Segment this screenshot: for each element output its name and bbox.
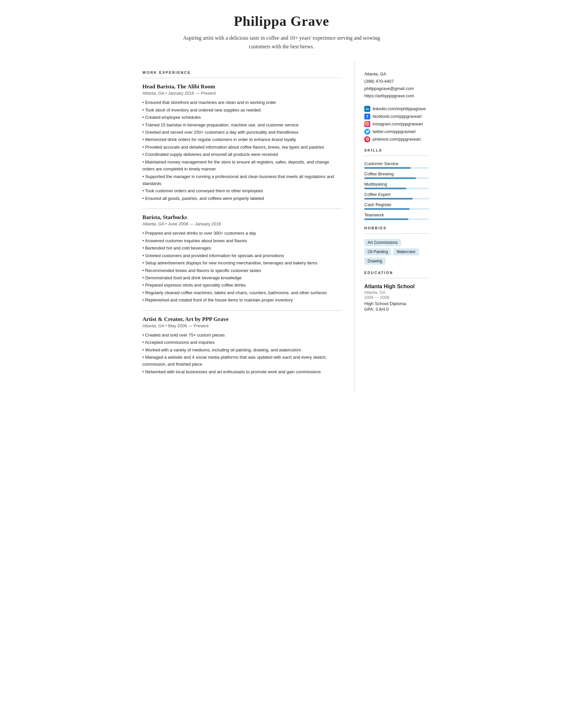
edu-years-0: 2004 — 2008	[364, 295, 429, 300]
bullet: • Took customer orders and conveyed them…	[142, 187, 343, 194]
social-item-pinterest: pinterest.com/pppgraveart	[364, 136, 429, 142]
bullet: • Coordinated supply deliveries and ensu…	[142, 151, 343, 158]
bullet: • Accepted commissions and inquiries	[142, 339, 343, 346]
svg-point-1	[367, 123, 368, 125]
bullet: • Managed a website and 4 social media p…	[142, 354, 343, 368]
instagram-icon-wrapper	[364, 121, 370, 127]
job-meta-1: Atlanta, GA • June 2008 — January 2016	[142, 221, 343, 226]
social-item-instagram: instagram.com/pppgraveart	[364, 121, 429, 127]
contact-website: https://artbypppgrave.com	[364, 92, 429, 100]
bullet: • Memorized drink orders for regular cus…	[142, 136, 343, 143]
skill-bar-bg-3	[364, 198, 429, 200]
edu-gpa-0: GPA: 3.8/4.0	[364, 307, 429, 312]
resume-header: Philippa Grave Aspiring artist with a de…	[126, 0, 437, 61]
pinterest-icon	[364, 136, 370, 142]
pinterest-icon-wrapper	[364, 136, 370, 142]
skill-bar-bg-0	[364, 167, 429, 169]
bullet: • Ensured that storefront and machines a…	[142, 99, 343, 106]
job-1: Barista, StarbucksAtlanta, GA • June 200…	[142, 214, 343, 310]
facebook-icon: f	[364, 114, 370, 119]
skill-bar-fill-2	[364, 188, 406, 189]
jobs-container: Head Barista, The Alibi RoomAtlanta, GA …	[142, 83, 343, 375]
job-title-2: Artist & Creator, Art by PPP Grave	[142, 316, 343, 323]
pinterest-handle: pinterest.com/pppgraveart	[373, 137, 421, 142]
education-divider	[364, 278, 429, 278]
twitter-icon-wrapper	[364, 129, 370, 135]
work-divider	[142, 78, 343, 78]
hobbies-block: HOBBIES Art CommissionsOil PaintingWater…	[364, 226, 429, 265]
skill-name-3: Coffee Expert	[364, 192, 429, 197]
hobby-tag-2: Watercolor	[393, 248, 419, 255]
education-title: EDUCATION	[364, 271, 429, 275]
bullet: • Bartended hot and cold beverages	[142, 245, 343, 251]
header-tagline: Aspiring artist with a delicious taste i…	[182, 34, 381, 51]
bullet: • Prepared and served drinks to over 300…	[142, 230, 343, 237]
skill-name-5: Teamwork	[364, 212, 429, 217]
main-content: WORK EXPERIENCE Head Barista, The Alibi …	[126, 61, 437, 392]
linkedin-icon-wrapper: in	[364, 106, 370, 112]
job-bullets-0: • Ensured that storefront and machines a…	[142, 99, 343, 202]
hobbies-divider	[364, 233, 429, 234]
twitter-handle: twitter.com/pppgraveart	[373, 129, 416, 134]
edu-school-0: Atlanta High School	[364, 284, 429, 290]
bullet: • Created employee schedules	[142, 114, 343, 121]
skill-name-0: Customer Service	[364, 161, 429, 166]
job-divider	[142, 208, 343, 209]
skill-item-5: Teamwork	[364, 212, 429, 220]
skill-bar-fill-1	[364, 177, 416, 179]
bullet: • Prepared espresso shots and speciality…	[142, 282, 343, 289]
skill-item-2: Multitasking	[364, 182, 429, 189]
bullet: • Ensured all goods, pastries, and coffe…	[142, 195, 343, 202]
bullet: • Worked with a variety of mediums, incl…	[142, 346, 343, 353]
skill-bar-fill-5	[364, 218, 408, 220]
linkedin-icon: in	[364, 106, 370, 112]
instagram-handle: instagram.com/pppgraveart	[373, 122, 423, 126]
education-container: Atlanta High SchoolAtlanta, GA2004 — 200…	[364, 284, 429, 312]
bullet: • Setup advertisement displays for new i…	[142, 259, 343, 266]
social-container: inlinkedin.com/in/philippagraveffacebook…	[364, 106, 429, 142]
right-column: Atlanta, GA (398) 470-4407 philippagrave…	[354, 61, 437, 321]
bullet: • Recommended brews and flavors to speci…	[142, 267, 343, 274]
edu-location-0: Atlanta, GA	[364, 290, 429, 295]
social-item-twitter: twitter.com/pppgraveart	[364, 129, 429, 135]
social-block: inlinkedin.com/in/philippagraveffacebook…	[364, 106, 429, 142]
linkedin-handle: linkedin.com/in/philippagrave	[373, 107, 426, 111]
bullet: • Answered customer inquiries about brew…	[142, 237, 343, 244]
bullet: • Created and sold over 75+ custom piece…	[142, 332, 343, 339]
svg-rect-0	[366, 122, 369, 126]
bullet: • Greeted customers and provided informa…	[142, 252, 343, 259]
contact-phone: (398) 470-4407	[364, 78, 429, 85]
bullet: • Regularly cleaned coffee machines, tab…	[142, 289, 343, 296]
skill-name-2: Multitasking	[364, 182, 429, 187]
education-item-0: Atlanta High SchoolAtlanta, GA2004 — 200…	[364, 284, 429, 312]
edu-degree-0: High School Diploma	[364, 301, 429, 306]
bullet: • Provided accurate and detailed informa…	[142, 144, 343, 151]
hobby-tag-3: Drawing	[364, 257, 386, 265]
job-bullets-1: • Prepared and served drinks to over 300…	[142, 230, 343, 303]
skills-divider	[364, 156, 429, 156]
skills-block: SKILLS Customer ServiceCoffee BrewingMul…	[364, 148, 429, 220]
bullet: • Took stock of inventory and ordered ne…	[142, 107, 343, 114]
skills-container: Customer ServiceCoffee BrewingMultitaski…	[364, 161, 429, 220]
skill-bar-bg-4	[364, 208, 429, 210]
skill-item-0: Customer Service	[364, 161, 429, 169]
skill-bar-bg-1	[364, 177, 429, 179]
skill-bar-bg-2	[364, 188, 429, 189]
bullet: • Demonstrated food and drink beverage k…	[142, 274, 343, 281]
bullet: • Replenished and rotated front of the h…	[142, 296, 343, 303]
contact-city: Atlanta, GA	[364, 70, 429, 78]
job-title-0: Head Barista, The Alibi Room	[142, 83, 343, 90]
bullet: • Networked with local businesses and ar…	[142, 368, 343, 375]
education-block: EDUCATION Atlanta High SchoolAtlanta, GA…	[364, 271, 429, 312]
job-meta-2: Atlanta, GA • May 2006 — Present	[142, 323, 343, 328]
job-title-1: Barista, Starbucks	[142, 214, 343, 221]
skill-bar-bg-5	[364, 218, 429, 220]
job-divider	[142, 310, 343, 311]
skill-item-3: Coffee Expert	[364, 192, 429, 200]
facebook-icon-wrapper: f	[364, 114, 370, 119]
svg-point-2	[368, 123, 368, 123]
bullet: • Greeted and served over 250+ customers…	[142, 129, 343, 136]
job-2: Artist & Creator, Art by PPP GraveAtlant…	[142, 316, 343, 376]
left-column: WORK EXPERIENCE Head Barista, The Alibi …	[126, 61, 354, 392]
social-item-linkedin: inlinkedin.com/in/philippagrave	[364, 106, 429, 112]
